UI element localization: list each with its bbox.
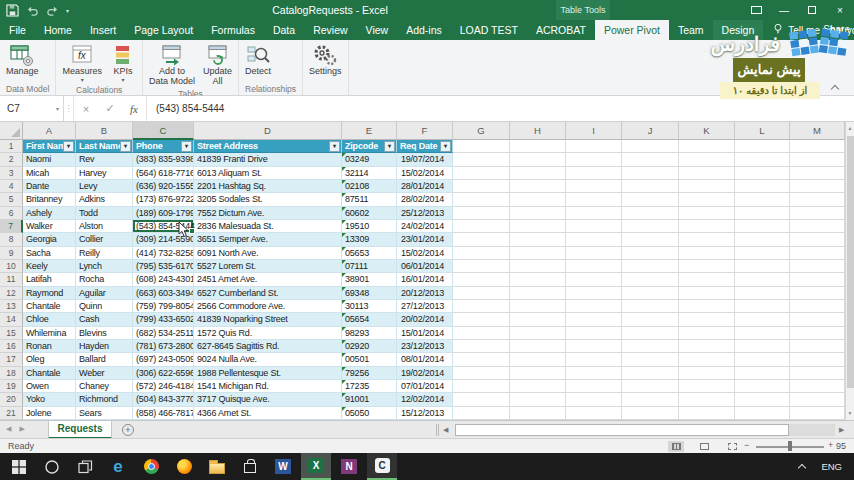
undo-icon[interactable] (26, 4, 39, 17)
cell-L18[interactable] (735, 367, 790, 380)
cell-B4[interactable]: Levy (76, 180, 133, 193)
cell-G2[interactable] (453, 153, 510, 166)
cell-I17[interactable] (566, 353, 622, 366)
cell-E14[interactable]: 05654 (342, 313, 397, 326)
cell-J2[interactable] (622, 153, 679, 166)
cell-H7[interactable] (510, 220, 566, 233)
cell-B21[interactable]: Sears (76, 407, 133, 420)
cell-A11[interactable]: Latifah (23, 273, 76, 286)
tab-home[interactable]: Home (35, 20, 81, 40)
new-sheet-icon[interactable]: + (122, 424, 134, 436)
cell-D10[interactable]: 5527 Lorem St. (194, 260, 342, 273)
settings-button[interactable]: Settings (305, 42, 346, 78)
cell-I18[interactable] (566, 367, 622, 380)
cell-J18[interactable] (622, 367, 679, 380)
cell-M8[interactable] (790, 233, 845, 246)
cell-D17[interactable]: 9024 Nulla Ave. (194, 353, 342, 366)
sheet-prev-icon[interactable]: ◀ (6, 425, 11, 433)
cell-H9[interactable] (510, 247, 566, 260)
cell-M3[interactable] (790, 167, 845, 180)
cell-D7[interactable]: 2836 Malesuada St. (194, 220, 342, 233)
cell-G12[interactable] (453, 287, 510, 300)
cell-E16[interactable]: 02920 (342, 340, 397, 353)
restore-icon[interactable] (798, 0, 826, 20)
kpis-button[interactable]: KPIs▾ (106, 42, 140, 84)
header-cell-first-name[interactable]: First Name▾ (23, 140, 76, 153)
cell-D9[interactable]: 6091 North Ave. (194, 247, 342, 260)
edge-taskbar-icon[interactable]: e (103, 453, 133, 480)
firefox-taskbar-icon[interactable] (169, 453, 199, 480)
cell-G15[interactable] (453, 327, 510, 340)
header-cell-last-name[interactable]: Last Name▾ (76, 140, 133, 153)
cell-G19[interactable] (453, 380, 510, 393)
cell-J15[interactable] (622, 327, 679, 340)
cell-I19[interactable] (566, 380, 622, 393)
row-number-21[interactable]: 21 (0, 407, 23, 420)
cell-C2[interactable]: (383) 835-9398 (133, 153, 194, 166)
cell-D20[interactable]: 3717 Quisque Ave. (194, 393, 342, 406)
cell-B16[interactable]: Hayden (76, 340, 133, 353)
horizontal-scrollbar[interactable] (455, 424, 835, 436)
cell-C11[interactable]: (608) 243-4301 (133, 273, 194, 286)
cell-K12[interactable] (679, 287, 735, 300)
cell-E10[interactable]: 07111 (342, 260, 397, 273)
row-number-15[interactable]: 15 (0, 327, 23, 340)
manage-button[interactable]: Manage (2, 42, 43, 78)
cell-J14[interactable] (622, 313, 679, 326)
row-number-5[interactable]: 5 (0, 193, 23, 206)
cell-F18[interactable]: 19/02/2014 (397, 367, 453, 380)
cell-J9[interactable] (622, 247, 679, 260)
cell-E6[interactable]: 60602 (342, 207, 397, 220)
filter-icon[interactable]: ▾ (440, 141, 451, 152)
excel-taskbar-icon[interactable]: X (301, 453, 331, 480)
cell-M14[interactable] (790, 313, 845, 326)
cell-G7[interactable] (453, 220, 510, 233)
cell-F5[interactable]: 28/02/2014 (397, 193, 453, 206)
cell-H3[interactable] (510, 167, 566, 180)
cell-H19[interactable] (510, 380, 566, 393)
cell-M17[interactable] (790, 353, 845, 366)
scroll-right-icon[interactable]: ▶ (839, 426, 844, 434)
redo-icon[interactable] (46, 4, 59, 17)
tab-review[interactable]: Review (304, 20, 356, 40)
cell-H18[interactable] (510, 367, 566, 380)
cell-E21[interactable]: 05050 (342, 407, 397, 420)
insert-function-icon[interactable]: fx (122, 96, 146, 121)
cell-H15[interactable] (510, 327, 566, 340)
cell-J19[interactable] (622, 380, 679, 393)
header-cell-street-address[interactable]: Street Address▾ (194, 140, 342, 153)
cell-L13[interactable] (735, 300, 790, 313)
row-number-1[interactable]: 1 (0, 140, 23, 153)
row-number-9[interactable]: 9 (0, 247, 23, 260)
cell-M9[interactable] (790, 247, 845, 260)
cell-K15[interactable] (679, 327, 735, 340)
cell-C21[interactable]: (858) 466-7817 (133, 407, 194, 420)
cell-A8[interactable]: Georgia (23, 233, 76, 246)
cell-G13[interactable] (453, 300, 510, 313)
cell-K1[interactable] (679, 140, 735, 153)
cell-I12[interactable] (566, 287, 622, 300)
cell-K11[interactable] (679, 273, 735, 286)
cell-J17[interactable] (622, 353, 679, 366)
filter-icon[interactable]: ▾ (329, 141, 340, 152)
tab-scrollbar-splitter[interactable] (436, 424, 439, 436)
cell-A13[interactable]: Chantale (23, 300, 76, 313)
cell-K16[interactable] (679, 340, 735, 353)
header-cell-req-date[interactable]: Req Date▾ (397, 140, 453, 153)
cell-C13[interactable]: (759) 799-8054 (133, 300, 194, 313)
cell-C3[interactable]: (564) 618-7716 (133, 167, 194, 180)
cell-L15[interactable] (735, 327, 790, 340)
cell-B19[interactable]: Chaney (76, 380, 133, 393)
scroll-down-icon[interactable]: ▼ (846, 407, 854, 420)
cell-C6[interactable]: (189) 609-1799 (133, 207, 194, 220)
cell-M15[interactable] (790, 327, 845, 340)
cell-M2[interactable] (790, 153, 845, 166)
cell-M1[interactable] (790, 140, 845, 153)
cell-D4[interactable]: 2201 Hashtag Sq. (194, 180, 342, 193)
cell-E20[interactable]: 91001 (342, 393, 397, 406)
cell-D21[interactable]: 4366 Amet St. (194, 407, 342, 420)
row-number-20[interactable]: 20 (0, 393, 23, 406)
cell-J6[interactable] (622, 207, 679, 220)
cell-E7[interactable]: 19510 (342, 220, 397, 233)
cell-C10[interactable]: (795) 535-6170 (133, 260, 194, 273)
